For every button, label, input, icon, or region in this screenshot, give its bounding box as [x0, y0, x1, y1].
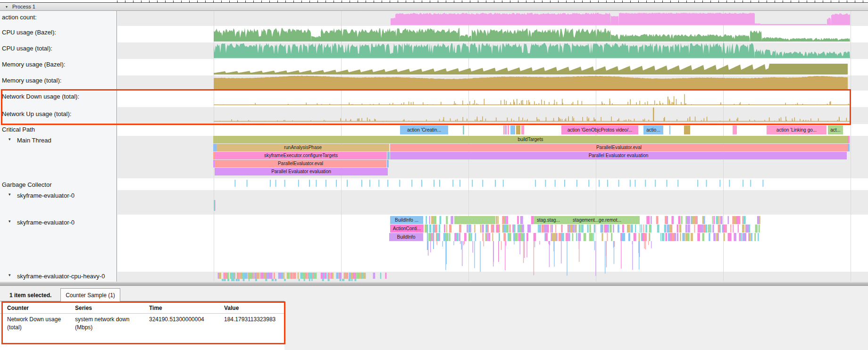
- main-thread-span[interactable]: Parallel Evaluator evaluation: [390, 152, 847, 159]
- critical-path-block[interactable]: [503, 125, 505, 134]
- skyframe-task-slice: [660, 233, 661, 241]
- critical-path-block[interactable]: [684, 125, 690, 134]
- cpu-heavy-sub-slice: [249, 279, 250, 281]
- gc-event-tick: [495, 180, 496, 187]
- col-header-time[interactable]: Time: [149, 305, 162, 311]
- skyframe-task-slice: [517, 216, 519, 224]
- skyframe-task-slice: [485, 233, 487, 241]
- skyframe-hanging-slice: [548, 241, 549, 244]
- tab-counter-sample[interactable]: Counter Sample (1): [60, 288, 120, 302]
- skyframe-task-slice: [584, 233, 586, 241]
- col-header-series[interactable]: Series: [75, 305, 92, 311]
- skyframe-task-block[interactable]: BuildInfo ...: [390, 216, 423, 224]
- cpu-heavy-sub-slice: [272, 279, 274, 281]
- skyframe-task-slice: [474, 225, 475, 233]
- main-thread-span[interactable]: ParallelEvaluator.eval: [390, 144, 848, 151]
- skyframe-task-slice: [733, 225, 734, 233]
- cell-counter-line1: Network Down usage: [7, 316, 61, 323]
- skyframe-task-block[interactable]: ActionConti...: [390, 225, 424, 233]
- gc-event-tick: [326, 180, 326, 187]
- skyframe-task-slice: [518, 233, 520, 241]
- cpu-heavy-slice: [283, 273, 284, 279]
- network-down-usage-total-baseline: [214, 105, 850, 106]
- gc-event-tick: [618, 180, 619, 187]
- skyframe-task-slice: [738, 225, 739, 233]
- main-thread-span[interactable]: buildTargets: [213, 136, 848, 143]
- cpu-heavy-slice: [279, 273, 281, 279]
- gc-event-tick: [309, 180, 310, 187]
- cpu-heavy-slice: [287, 273, 290, 279]
- skyframe-task-slice: [457, 233, 459, 241]
- skyframe-task-slice: [759, 225, 760, 233]
- critical-path-block[interactable]: [505, 125, 507, 134]
- skyframe-task-slice: [538, 225, 539, 233]
- skyframe-task-slice: [740, 233, 742, 241]
- skyframe-hanging-slice: [632, 241, 633, 270]
- critical-path-block[interactable]: act...: [828, 125, 843, 134]
- skyframe-staging-block[interactable]: [454, 216, 495, 224]
- skyframe-task-slice: [721, 216, 723, 224]
- main-thread-span[interactable]: [387, 160, 389, 167]
- skyframe-task-slice: [701, 225, 703, 233]
- critical-path-block[interactable]: actio...: [643, 125, 663, 134]
- skyframe-task-slice: [639, 233, 640, 241]
- col-header-counter[interactable]: Counter: [7, 305, 29, 311]
- skyframe-hanging-slice: [464, 241, 465, 244]
- main-thread-span[interactable]: Parallel Evaluator evaluation: [215, 168, 388, 175]
- cell-time: 324190.51300000004: [149, 316, 204, 323]
- cpu-heavy-slice: [339, 273, 342, 279]
- cpu-heavy-slice: [373, 273, 376, 279]
- skyframe-task-slice: [627, 225, 629, 233]
- main-thread-span[interactable]: ParallelEvaluator.eval: [215, 160, 386, 167]
- skyframe-task-slice: [749, 233, 751, 241]
- skyframe-task-slice: [551, 225, 553, 233]
- gc-event-tick: [247, 180, 248, 187]
- skyframe-hanging-slice: [605, 241, 605, 274]
- skyframe-task-block[interactable]: BuildInfo: [389, 233, 423, 241]
- cpu-heavy-slice: [313, 273, 314, 279]
- critical-path-block[interactable]: action 'Linking go...: [767, 125, 826, 134]
- critical-path-block[interactable]: [510, 125, 515, 134]
- skyframe-task-slice: [665, 216, 667, 224]
- skyframe-task-slice: [685, 225, 687, 233]
- critical-path-block[interactable]: [516, 125, 520, 134]
- critical-path-block[interactable]: action 'GenObjcProtos video/...: [561, 125, 638, 134]
- skyframe-task-slice: [641, 225, 642, 233]
- skyframe-task-slice: [743, 216, 745, 224]
- cpu-heavy-sub-slice: [309, 279, 310, 281]
- skyframe-task-slice: [694, 225, 695, 233]
- critical-path-block[interactable]: action 'Creatin...: [400, 125, 448, 134]
- skyframe-hanging-slice: [561, 241, 561, 264]
- critical-path-block[interactable]: [733, 125, 737, 134]
- skyframe-task-slice: [459, 233, 460, 241]
- skyframe-hanging-slice: [505, 241, 505, 270]
- critical-path-block[interactable]: [669, 125, 670, 134]
- skyframe-hanging-slice: [645, 241, 646, 250]
- skyframe-task-slice: [712, 216, 713, 224]
- gc-event-tick: [361, 180, 362, 187]
- skyframe-task-slice: [651, 216, 652, 224]
- critical-path-block[interactable]: [521, 125, 524, 134]
- skyframe-task-slice: [642, 233, 645, 241]
- gc-event-tick: [564, 180, 565, 187]
- memory-usage-total-chart: [214, 75, 848, 90]
- skyframe-task-slice: [618, 225, 619, 233]
- critical-path-block[interactable]: [463, 125, 464, 134]
- main-thread-span[interactable]: [387, 152, 390, 159]
- skyframe-hanging-slice: [621, 241, 621, 269]
- skyframe-task-slice: [581, 225, 583, 233]
- col-header-value[interactable]: Value: [224, 305, 239, 311]
- critical-path-block[interactable]: [508, 125, 509, 134]
- skyframe-task-slice: [704, 216, 705, 224]
- gc-event-tick: [729, 180, 730, 187]
- skyframe-task-slice: [444, 225, 445, 233]
- main-thread-span[interactable]: runAnalysisPhase: [217, 144, 389, 151]
- skyframe-task-slice: [468, 233, 470, 241]
- skyframe-task-slice: [487, 233, 488, 241]
- cpu-heavy-slice: [261, 273, 263, 279]
- main-thread-span[interactable]: skyframeExecutor.configureTargets: [215, 152, 387, 159]
- main-thread-span[interactable]: [848, 144, 850, 151]
- cell-series-line2: (Mbps): [75, 324, 92, 331]
- main-thread-span[interactable]: [213, 144, 217, 151]
- main-thread-span[interactable]: [848, 136, 850, 143]
